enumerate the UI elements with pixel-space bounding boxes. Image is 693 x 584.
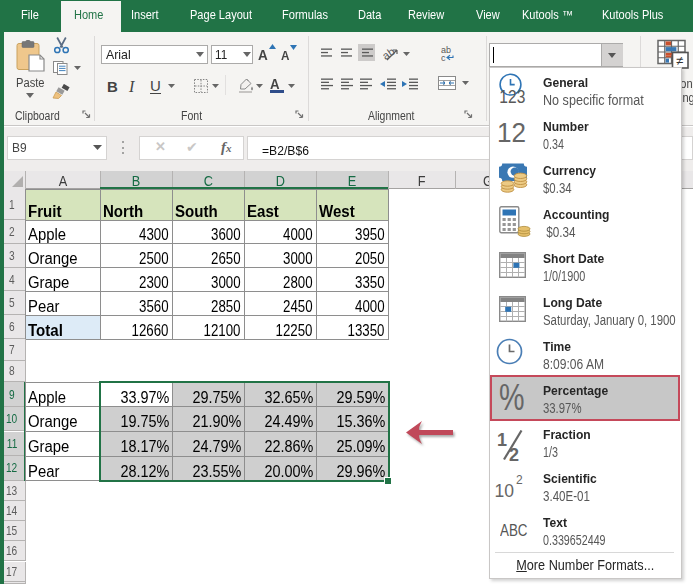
svg-text:c: c [441, 53, 446, 62]
svg-text:ABC: ABC [500, 522, 528, 538]
svg-text:2: 2 [516, 473, 523, 487]
svg-text:123: 123 [499, 86, 525, 105]
svg-text:12: 12 [497, 117, 526, 146]
svg-text:1: 1 [497, 430, 507, 450]
svg-text:10: 10 [495, 480, 515, 500]
svg-text:ab: ab [383, 46, 397, 62]
svg-text:≠: ≠ [676, 53, 683, 68]
svg-text:%: % [499, 382, 525, 412]
